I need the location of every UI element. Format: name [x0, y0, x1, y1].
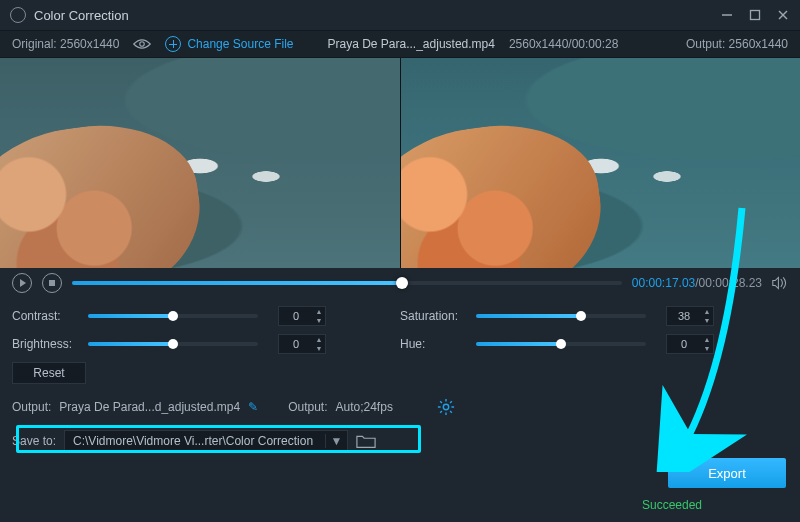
current-time: 00:00:17.03 — [632, 276, 695, 290]
time-display: 00:00:17.03/00:00:28.23 — [632, 276, 762, 290]
rename-output-icon[interactable]: ✎ — [248, 400, 258, 414]
playback-bar: 00:00:17.03/00:00:28.23 — [0, 268, 800, 298]
app-logo-icon — [10, 7, 26, 23]
output-format-value: Auto;24fps — [336, 400, 393, 414]
saturation-slider[interactable] — [476, 314, 646, 318]
seek-thumb[interactable] — [396, 277, 408, 289]
output-settings-icon[interactable] — [437, 398, 455, 416]
output-filename: Praya De Parad...d_adjusted.mp4 — [59, 400, 240, 414]
save-path-value: C:\Vidmore\Vidmore Vi...rter\Color Corre… — [65, 434, 325, 448]
minimize-button[interactable] — [720, 8, 734, 22]
source-filename: Praya De Para..._adjusted.mp4 — [327, 37, 494, 51]
save-to-label: Save to: — [12, 434, 56, 448]
change-source-label: Change Source File — [187, 37, 293, 51]
contrast-slider[interactable] — [88, 314, 258, 318]
preview-original — [0, 58, 400, 268]
stepper-up-icon[interactable]: ▲ — [701, 307, 713, 316]
stepper-up-icon[interactable]: ▲ — [313, 335, 325, 344]
original-label: Original: 2560x1440 — [12, 37, 119, 51]
brightness-slider[interactable] — [88, 342, 258, 346]
stepper-down-icon[interactable]: ▼ — [313, 316, 325, 325]
source-dim-duration: 2560x1440/00:00:28 — [509, 37, 618, 51]
brightness-value-input[interactable]: 0▲▼ — [278, 334, 326, 354]
preview-adjusted — [400, 58, 801, 268]
stepper-down-icon[interactable]: ▼ — [701, 316, 713, 325]
export-button[interactable]: Export — [668, 458, 786, 488]
saturation-label: Saturation: — [400, 309, 466, 323]
saturation-value-input[interactable]: 38▲▼ — [666, 306, 714, 326]
stepper-up-icon[interactable]: ▲ — [701, 335, 713, 344]
title-bar: Color Correction — [0, 0, 800, 30]
maximize-button[interactable] — [748, 8, 762, 22]
output-dim-label: Output: 2560x1440 — [686, 37, 788, 51]
hue-slider[interactable] — [476, 342, 646, 346]
output-format-label: Output: — [288, 400, 327, 414]
plus-circle-icon — [165, 36, 181, 52]
hue-value-input[interactable]: 0▲▼ — [666, 334, 714, 354]
adjustment-panel: Contrast: 0▲▼ Saturation: 38▲▼ Brightnes… — [0, 298, 800, 384]
hue-label: Hue: — [400, 337, 466, 351]
open-folder-icon[interactable] — [356, 433, 376, 449]
brightness-label: Brightness: — [12, 337, 78, 351]
contrast-value-input[interactable]: 0▲▼ — [278, 306, 326, 326]
window-title: Color Correction — [34, 8, 720, 23]
stepper-down-icon[interactable]: ▼ — [701, 344, 713, 353]
reset-button[interactable]: Reset — [12, 362, 86, 384]
seek-fill — [72, 281, 402, 285]
info-bar: Original: 2560x1440 Change Source File P… — [0, 30, 800, 58]
save-to-row: Save to: C:\Vidmore\Vidmore Vi...rter\Co… — [12, 428, 788, 454]
output-panel: Output: Praya De Parad...d_adjusted.mp4 … — [0, 394, 800, 462]
close-button[interactable] — [776, 8, 790, 22]
stop-button[interactable] — [42, 273, 62, 293]
stepper-down-icon[interactable]: ▼ — [313, 344, 325, 353]
play-button[interactable] — [12, 273, 32, 293]
svg-point-5 — [443, 404, 448, 409]
change-source-file-button[interactable]: Change Source File — [165, 36, 293, 52]
total-time: 00:00:28.23 — [699, 276, 762, 290]
stepper-up-icon[interactable]: ▲ — [313, 307, 325, 316]
svg-rect-1 — [751, 11, 760, 20]
svg-point-4 — [140, 42, 145, 47]
output-file-row: Output: Praya De Parad...d_adjusted.mp4 … — [12, 394, 788, 420]
contrast-label: Contrast: — [12, 309, 78, 323]
save-path-box[interactable]: C:\Vidmore\Vidmore Vi...rter\Color Corre… — [64, 430, 348, 452]
status-succeeded: Succeeded — [642, 498, 702, 512]
save-path-dropdown-icon[interactable]: ▼ — [325, 434, 347, 448]
volume-icon[interactable] — [772, 276, 788, 290]
preview-compare — [0, 58, 800, 268]
output-file-label: Output: — [12, 400, 51, 414]
seek-slider[interactable] — [72, 281, 622, 285]
preview-visibility-icon[interactable] — [133, 37, 151, 51]
